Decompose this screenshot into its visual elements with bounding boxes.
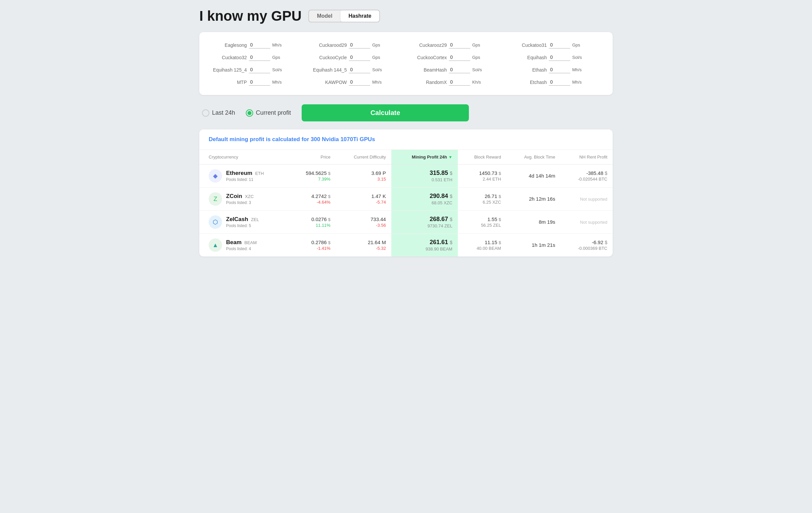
- input-label-15: Etchash: [510, 80, 547, 85]
- unit-label-14: Kh/s: [472, 80, 481, 85]
- th-block-reward: Block Reward: [458, 150, 506, 165]
- td-block-reward-3: 11.15 $ 40.00 BEAM: [458, 234, 506, 257]
- hashrate-input-2[interactable]: [449, 41, 470, 49]
- block-time-0: 4d 14h 14m: [529, 173, 555, 178]
- hashrate-input-4[interactable]: [249, 54, 270, 61]
- hashrate-input-5[interactable]: [349, 54, 370, 61]
- hashrate-group-equihash: Equihash Sol/s: [510, 54, 602, 61]
- th-mining-profit[interactable]: Mining Profit 24h ▼: [391, 150, 458, 165]
- hashrate-input-12[interactable]: [249, 79, 270, 86]
- th-price: Price: [290, 150, 336, 165]
- crypto-info-3: Beam BEAM Pools listed: 4: [226, 239, 257, 251]
- hashrate-group-ethash: Ethash Mh/s: [510, 66, 602, 73]
- input-label-13: KAWPOW: [310, 80, 347, 85]
- table-header-row: Cryptocurrency Price Current Difficulty …: [199, 150, 613, 165]
- price-main-1: 4.2742 $: [295, 193, 330, 199]
- profit-table: Cryptocurrency Price Current Difficulty …: [199, 150, 613, 256]
- crypto-pools-1: Pools listed: 3: [226, 200, 254, 205]
- hashrate-input-15[interactable]: [549, 79, 570, 86]
- input-label-2: Cuckarooz29: [410, 42, 447, 48]
- crypto-pools-3: Pools listed: 4: [226, 247, 257, 251]
- current-profit-radio[interactable]: Current profit: [246, 109, 291, 117]
- input-label-14: RandomX: [410, 80, 447, 85]
- block-sub-3: 40.00 BEAM: [463, 246, 501, 251]
- mode-model-button[interactable]: Model: [309, 10, 341, 22]
- hashrate-group-beamhash: BeamHash Sol/s: [410, 66, 502, 73]
- hashrate-input-11[interactable]: [549, 66, 570, 73]
- table-row: ◆ Ethereum ETH Pools listed: 11 594.5625…: [199, 165, 613, 188]
- radio-inner-dot: [248, 111, 252, 115]
- hashrate-input-3[interactable]: [549, 41, 570, 49]
- unit-label-4: Gps: [272, 55, 280, 60]
- hashrate-input-9[interactable]: [349, 66, 370, 73]
- block-sub-1: 6.25 XZC: [463, 200, 501, 205]
- crypto-ticker-3: BEAM: [244, 240, 257, 245]
- last24h-radio-circle[interactable]: [202, 109, 209, 117]
- input-label-3: Cuckatoo31: [510, 42, 547, 48]
- hashrate-input-1[interactable]: [349, 41, 370, 49]
- td-block-reward-2: 1.55 $ 56.25 ZEL: [458, 211, 506, 234]
- nh-sub-3: -0.000369 BTC: [566, 246, 607, 251]
- td-difficulty-0: 3.69 P 3.15: [336, 165, 391, 188]
- crypto-ticker-2: ZEL: [251, 217, 259, 222]
- hashrate-input-7[interactable]: [549, 54, 570, 61]
- hashrate-inputs-panel: Eaglesong Mh/s Cuckarood29 Gps Cuckarooz…: [199, 32, 613, 95]
- hashrate-input-14[interactable]: [449, 79, 470, 86]
- profit-main-2: 268.67 $: [397, 216, 453, 223]
- block-time-2: 8m 19s: [539, 219, 555, 225]
- td-block-reward-0: 1450.73 $ 2.44 ETH: [458, 165, 506, 188]
- hashrate-input-10[interactable]: [449, 66, 470, 73]
- crypto-pools-2: Pools listed: 5: [226, 223, 259, 228]
- td-blocktime-1: 2h 12m 16s: [506, 188, 560, 211]
- td-nh-0: -385.48 $ -0.020544 BTC: [560, 165, 613, 188]
- input-label-9: Equihash 144_5: [310, 67, 347, 73]
- hashrate-input-8[interactable]: [249, 66, 270, 73]
- profit-sub-1: 68.05 XZC: [397, 200, 453, 205]
- unit-label-9: Sol/s: [372, 67, 382, 72]
- unit-label-10: Sol/s: [472, 67, 482, 72]
- mode-toggle[interactable]: Model Hashrate: [308, 10, 380, 22]
- block-main-0: 1450.73 $: [463, 170, 501, 176]
- unit-label-6: Gps: [472, 55, 480, 60]
- td-difficulty-1: 1.47 K -5.74: [336, 188, 391, 211]
- hashrate-input-0[interactable]: [249, 41, 270, 49]
- controls-row: Last 24h Current profit Calculate: [199, 104, 613, 121]
- th-difficulty: Current Difficulty: [336, 150, 391, 165]
- hashrate-group-mtp: MTP Mh/s: [210, 79, 302, 86]
- td-nh-2: Not supported: [560, 211, 613, 234]
- last24h-radio[interactable]: Last 24h: [202, 109, 235, 117]
- crypto-info-1: ZCoin XZC Pools listed: 3: [226, 193, 254, 205]
- td-blocktime-0: 4d 14h 14m: [506, 165, 560, 188]
- td-profit-0: 315.85 $ 0.531 ETH: [391, 165, 458, 188]
- current-profit-radio-circle[interactable]: [246, 109, 253, 117]
- block-main-3: 11.15 $: [463, 239, 501, 245]
- hashrate-group-kawpow: KAWPOW Mh/s: [310, 79, 402, 86]
- td-crypto-3: ▲ Beam BEAM Pools listed: 4: [199, 234, 290, 257]
- price-change-2: 11.11%: [295, 223, 330, 228]
- hashrate-group-cuckoocycle: CuckooCycle Gps: [310, 54, 402, 61]
- table-row: ⬡ ZelCash ZEL Pools listed: 5 0.0276 $ 1…: [199, 211, 613, 234]
- th-cryptocurrency: Cryptocurrency: [199, 150, 290, 165]
- difficulty-change-3: -5.32: [341, 246, 386, 251]
- nh-main-3: -6.92 $: [566, 239, 607, 245]
- price-main-2: 0.0276 $: [295, 217, 330, 222]
- difficulty-change-1: -5.74: [341, 200, 386, 205]
- hashrate-group-etchash: Etchash Mh/s: [510, 79, 602, 86]
- hashrate-group-cuckoocortex: CuckooCortex Gps: [410, 54, 502, 61]
- th-nh-rent: NH Rent Profit: [560, 150, 613, 165]
- crypto-info-2: ZelCash ZEL Pools listed: 5: [226, 216, 259, 228]
- crypto-name-0: Ethereum: [226, 170, 252, 176]
- hashrate-input-13[interactable]: [349, 79, 370, 86]
- block-time-1: 2h 12m 16s: [529, 196, 555, 202]
- block-main-2: 1.55 $: [463, 217, 501, 222]
- hashrate-group-randomx: RandomX Kh/s: [410, 79, 502, 86]
- input-label-11: Ethash: [510, 67, 547, 73]
- mode-hashrate-button[interactable]: Hashrate: [341, 10, 379, 22]
- hashrate-inputs-grid: Eaglesong Mh/s Cuckarood29 Gps Cuckarooz…: [210, 41, 602, 86]
- calculate-button[interactable]: Calculate: [302, 104, 469, 121]
- nh-sub-0: -0.020544 BTC: [566, 177, 607, 181]
- crypto-pools-0: Pools listed: 11: [226, 177, 264, 182]
- hashrate-input-6[interactable]: [449, 54, 470, 61]
- profit-main-0: 315.85 $: [397, 170, 453, 177]
- unit-label-3: Gps: [572, 42, 580, 48]
